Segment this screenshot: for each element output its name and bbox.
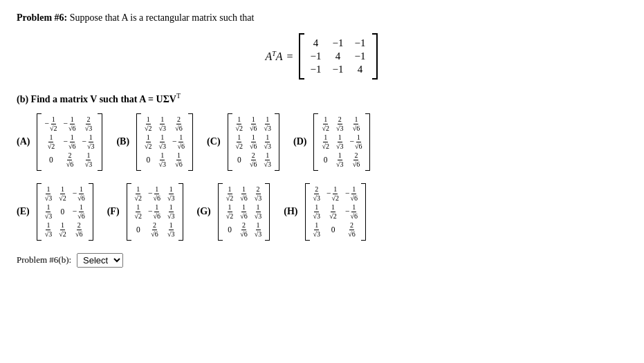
option-f-matrix: 1√2 −1√6 1√3 1√2 −1√6 1√3 0 2√6 1√3 (127, 183, 183, 241)
problem-description: Suppose that A is a rectangular matrix s… (70, 12, 255, 23)
option-g-matrix: 1√2 1√6 2√3 1√2 1√6 1√3 0 2√6 1√3 (218, 183, 270, 241)
option-b-label: (B) (116, 136, 129, 147)
option-a-block: (A) −1√2 −1√6 2√3 1√2 −1√6 −1√3 0 2√6 1√… (17, 113, 104, 171)
footer-row: Problem #6(b): Select A B C D E F G H (17, 253, 627, 268)
option-g-label: (G) (197, 206, 211, 217)
answer-select[interactable]: Select A B C D E F G H (77, 253, 123, 268)
options-row-2: (E) 1√3 1√2 −1√6 1√3 0 −1√6 1√3 1√2 2√6 (17, 183, 627, 241)
option-f-block: (F) 1√2 −1√6 1√3 1√2 −1√6 1√3 0 2√6 1√3 (107, 183, 185, 241)
option-b-matrix: 1√2 1√3 2√6 1√2 1√3 −1√6 0 1√3 1√6 (136, 113, 193, 171)
footer-label: Problem #6(b): (17, 254, 71, 266)
option-e-label: (E) (17, 206, 30, 217)
problem-header: Problem #6: Suppose that A is a rectangu… (17, 12, 627, 24)
option-a-matrix: −1√2 −1√6 2√3 1√2 −1√6 −1√3 0 2√6 1√3 (37, 113, 102, 171)
option-c-label: (C) (207, 136, 220, 147)
option-d-label: (D) (293, 136, 306, 147)
options-grid: (A) −1√2 −1√6 2√3 1√2 −1√6 −1√3 0 2√6 1√… (17, 113, 627, 241)
option-d-matrix: 1√2 2√3 1√6 1√2 1√3 −1√6 0 1√3 2√6 (313, 113, 370, 171)
option-c-block: (C) 1√2 1√6 1√3 1√2 1√6 1√3 0 2√6 1√3 (207, 113, 281, 171)
option-c-matrix: 1√2 1√6 1√3 1√2 1√6 1√3 0 2√6 1√3 (228, 113, 280, 171)
problem-number: Problem #6: (17, 12, 67, 23)
option-h-label: (H) (284, 206, 297, 217)
option-d-block: (D) 1√2 2√3 1√6 1√2 1√3 −1√6 0 1√3 2√6 (293, 113, 371, 171)
option-e-block: (E) 1√3 1√2 −1√6 1√3 0 −1√6 1√3 1√2 2√6 (17, 183, 95, 241)
ata-label: ATA (265, 50, 282, 63)
options-row-1: (A) −1√2 −1√6 2√3 1√2 −1√6 −1√3 0 2√6 1√… (17, 113, 627, 171)
option-a-label: (A) (17, 136, 30, 147)
equals-sign: = (287, 50, 293, 63)
ata-matrix: 4 −1 −1 −1 4 −1 −1 −1 4 (299, 33, 378, 80)
option-h-block: (H) 2√3 −1√2 −1√6 1√3 1√2 −1√6 1√3 0 2√6 (284, 183, 367, 241)
part-b-header: (b) Find a matrix V such that A = UΣVT (17, 92, 627, 105)
matrix-equation: ATA = 4 −1 −1 −1 4 −1 −1 −1 4 (17, 33, 627, 80)
option-e-matrix: 1√3 1√2 −1√6 1√3 0 −1√6 1√3 1√2 2√6 (37, 183, 93, 241)
option-g-block: (G) 1√2 1√6 2√3 1√2 1√6 1√3 0 2√6 1√3 (197, 183, 272, 241)
option-f-label: (F) (107, 206, 120, 217)
option-b-block: (B) 1√2 1√3 2√6 1√2 1√3 −1√6 0 1√3 1√6 (116, 113, 194, 171)
option-h-matrix: 2√3 −1√2 −1√6 1√3 1√2 −1√6 1√3 0 2√6 (305, 183, 367, 241)
